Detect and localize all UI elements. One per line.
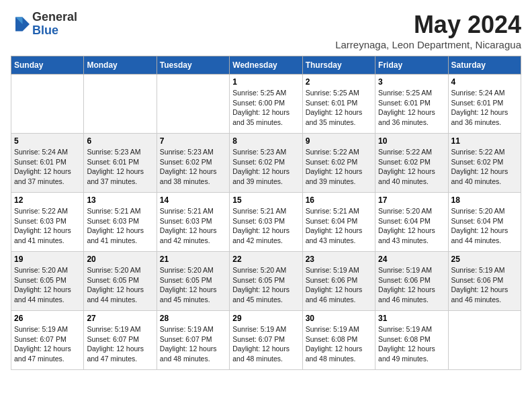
calendar-cell: 12Sunrise: 5:22 AMSunset: 6:03 PMDayligh… <box>11 193 84 252</box>
calendar-cell: 21Sunrise: 5:20 AMSunset: 6:05 PMDayligh… <box>157 252 229 311</box>
day-info: Sunrise: 5:25 AMSunset: 6:01 PMDaylight:… <box>378 88 445 128</box>
day-info: Sunrise: 5:24 AMSunset: 6:01 PMDaylight:… <box>14 147 81 187</box>
day-number: 3 <box>378 77 445 87</box>
calendar-cell: 30Sunrise: 5:19 AMSunset: 6:08 PMDayligh… <box>302 311 375 370</box>
day-info: Sunrise: 5:19 AMSunset: 6:07 PMDaylight:… <box>87 324 153 364</box>
day-number: 2 <box>306 77 372 87</box>
calendar-cell: 1Sunrise: 5:25 AMSunset: 6:00 PMDaylight… <box>230 75 302 134</box>
calendar-cell: 24Sunrise: 5:19 AMSunset: 6:06 PMDayligh… <box>375 252 448 311</box>
calendar-cell: 7Sunrise: 5:23 AMSunset: 6:02 PMDaylight… <box>157 134 229 193</box>
calendar-cell: 20Sunrise: 5:20 AMSunset: 6:05 PMDayligh… <box>84 252 157 311</box>
calendar-week-row: 19Sunrise: 5:20 AMSunset: 6:05 PMDayligh… <box>11 252 521 311</box>
day-info: Sunrise: 5:19 AMSunset: 6:08 PMDaylight:… <box>306 324 372 364</box>
day-of-week-header: Monday <box>84 56 157 75</box>
calendar-week-row: 26Sunrise: 5:19 AMSunset: 6:07 PMDayligh… <box>11 311 521 370</box>
day-number: 10 <box>378 136 445 146</box>
day-of-week-header: Saturday <box>448 56 521 75</box>
day-info: Sunrise: 5:19 AMSunset: 6:06 PMDaylight:… <box>451 265 518 305</box>
day-number: 18 <box>451 195 518 205</box>
day-number: 1 <box>232 77 299 87</box>
day-number: 20 <box>87 255 153 264</box>
calendar-cell: 23Sunrise: 5:19 AMSunset: 6:06 PMDayligh… <box>302 252 375 311</box>
day-number: 7 <box>160 136 226 146</box>
day-of-week-header: Friday <box>375 56 448 75</box>
calendar-cell: 4Sunrise: 5:24 AMSunset: 6:01 PMDaylight… <box>448 75 521 134</box>
calendar-cell: 11Sunrise: 5:22 AMSunset: 6:02 PMDayligh… <box>448 134 521 193</box>
day-info: Sunrise: 5:21 AMSunset: 6:03 PMDaylight:… <box>232 206 299 246</box>
day-of-week-header: Tuesday <box>157 56 229 75</box>
calendar-cell: 29Sunrise: 5:19 AMSunset: 6:07 PMDayligh… <box>230 311 302 370</box>
calendar-cell <box>84 75 157 134</box>
day-number: 27 <box>87 314 153 323</box>
day-number: 16 <box>306 195 372 205</box>
day-info: Sunrise: 5:21 AMSunset: 6:03 PMDaylight:… <box>160 206 226 246</box>
day-number: 22 <box>232 255 299 264</box>
calendar-cell: 5Sunrise: 5:24 AMSunset: 6:01 PMDaylight… <box>11 134 84 193</box>
calendar-header-row: SundayMondayTuesdayWednesdayThursdayFrid… <box>11 56 521 75</box>
logo-text: General Blue <box>32 11 77 38</box>
calendar-cell <box>11 75 84 134</box>
day-number: 8 <box>232 136 299 146</box>
calendar-cell: 14Sunrise: 5:21 AMSunset: 6:03 PMDayligh… <box>157 193 229 252</box>
day-info: Sunrise: 5:20 AMSunset: 6:05 PMDaylight:… <box>232 265 299 305</box>
day-info: Sunrise: 5:25 AMSunset: 6:01 PMDaylight:… <box>306 88 372 128</box>
day-number: 11 <box>451 136 518 146</box>
day-number: 13 <box>87 195 153 205</box>
day-number: 21 <box>160 255 226 264</box>
day-number: 14 <box>160 195 226 205</box>
calendar-cell: 27Sunrise: 5:19 AMSunset: 6:07 PMDayligh… <box>84 311 157 370</box>
calendar-week-row: 1Sunrise: 5:25 AMSunset: 6:00 PMDaylight… <box>11 75 521 134</box>
calendar-cell: 3Sunrise: 5:25 AMSunset: 6:01 PMDaylight… <box>375 75 448 134</box>
day-info: Sunrise: 5:21 AMSunset: 6:04 PMDaylight:… <box>306 206 372 246</box>
day-number: 4 <box>451 77 518 87</box>
day-info: Sunrise: 5:20 AMSunset: 6:05 PMDaylight:… <box>160 265 226 305</box>
page-header: General Blue May 2024 Larreynaga, Leon D… <box>11 11 521 50</box>
calendar-cell <box>157 75 229 134</box>
calendar-cell: 2Sunrise: 5:25 AMSunset: 6:01 PMDaylight… <box>302 75 375 134</box>
calendar-cell: 31Sunrise: 5:19 AMSunset: 6:08 PMDayligh… <box>375 311 448 370</box>
day-info: Sunrise: 5:22 AMSunset: 6:03 PMDaylight:… <box>14 206 81 246</box>
calendar-cell: 28Sunrise: 5:19 AMSunset: 6:07 PMDayligh… <box>157 311 229 370</box>
day-number: 26 <box>14 314 81 323</box>
day-info: Sunrise: 5:22 AMSunset: 6:02 PMDaylight:… <box>306 147 372 187</box>
day-number: 30 <box>306 314 372 323</box>
day-number: 12 <box>14 195 81 205</box>
day-info: Sunrise: 5:20 AMSunset: 6:04 PMDaylight:… <box>451 206 518 246</box>
day-info: Sunrise: 5:19 AMSunset: 6:07 PMDaylight:… <box>232 324 299 364</box>
day-info: Sunrise: 5:19 AMSunset: 6:06 PMDaylight:… <box>306 265 372 305</box>
day-info: Sunrise: 5:19 AMSunset: 6:08 PMDaylight:… <box>378 324 445 364</box>
calendar-cell: 22Sunrise: 5:20 AMSunset: 6:05 PMDayligh… <box>230 252 302 311</box>
day-of-week-header: Thursday <box>302 56 375 75</box>
day-info: Sunrise: 5:20 AMSunset: 6:05 PMDaylight:… <box>87 265 153 305</box>
day-number: 28 <box>160 314 226 323</box>
calendar-cell: 13Sunrise: 5:21 AMSunset: 6:03 PMDayligh… <box>84 193 157 252</box>
calendar-cell: 9Sunrise: 5:22 AMSunset: 6:02 PMDaylight… <box>302 134 375 193</box>
day-number: 25 <box>451 255 518 264</box>
day-info: Sunrise: 5:21 AMSunset: 6:03 PMDaylight:… <box>87 206 153 246</box>
day-number: 6 <box>87 136 153 146</box>
day-number: 15 <box>232 195 299 205</box>
day-number: 5 <box>14 136 81 146</box>
title-block: May 2024 Larreynaga, Leon Department, Ni… <box>335 11 521 50</box>
month-title: May 2024 <box>335 11 521 39</box>
calendar-cell: 26Sunrise: 5:19 AMSunset: 6:07 PMDayligh… <box>11 311 84 370</box>
day-info: Sunrise: 5:19 AMSunset: 6:07 PMDaylight:… <box>160 324 226 364</box>
calendar-week-row: 12Sunrise: 5:22 AMSunset: 6:03 PMDayligh… <box>11 193 521 252</box>
day-info: Sunrise: 5:24 AMSunset: 6:01 PMDaylight:… <box>451 88 518 128</box>
calendar-table: SundayMondayTuesdayWednesdayThursdayFrid… <box>11 56 521 370</box>
location-subtitle: Larreynaga, Leon Department, Nicaragua <box>335 39 521 50</box>
day-number: 31 <box>378 314 445 323</box>
day-info: Sunrise: 5:22 AMSunset: 6:02 PMDaylight:… <box>378 147 445 187</box>
calendar-cell: 25Sunrise: 5:19 AMSunset: 6:06 PMDayligh… <box>448 252 521 311</box>
day-info: Sunrise: 5:23 AMSunset: 6:02 PMDaylight:… <box>160 147 226 187</box>
day-info: Sunrise: 5:23 AMSunset: 6:02 PMDaylight:… <box>232 147 299 187</box>
calendar-cell: 10Sunrise: 5:22 AMSunset: 6:02 PMDayligh… <box>375 134 448 193</box>
day-info: Sunrise: 5:19 AMSunset: 6:07 PMDaylight:… <box>14 324 81 364</box>
day-info: Sunrise: 5:19 AMSunset: 6:06 PMDaylight:… <box>378 265 445 305</box>
calendar-cell: 18Sunrise: 5:20 AMSunset: 6:04 PMDayligh… <box>448 193 521 252</box>
day-number: 19 <box>14 255 81 264</box>
day-number: 9 <box>306 136 372 146</box>
calendar-cell: 15Sunrise: 5:21 AMSunset: 6:03 PMDayligh… <box>230 193 302 252</box>
day-info: Sunrise: 5:20 AMSunset: 6:05 PMDaylight:… <box>14 265 81 305</box>
day-number: 23 <box>306 255 372 264</box>
